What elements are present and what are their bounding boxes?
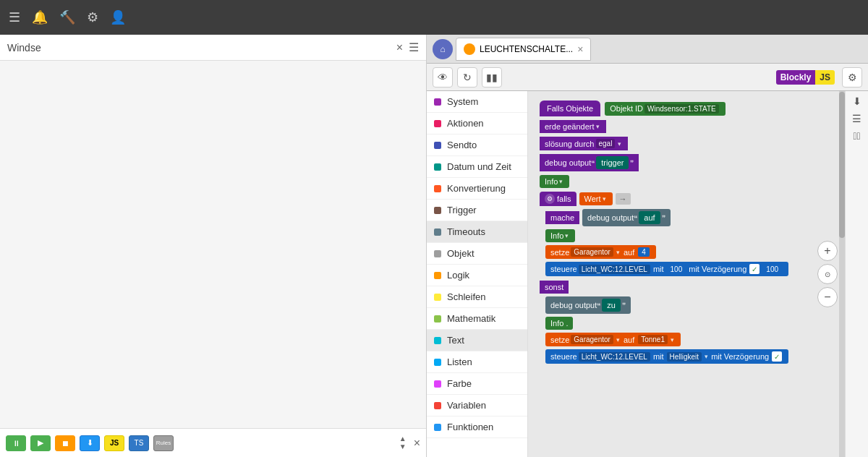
zoom-in-button[interactable]: + [817, 241, 838, 261]
steuere-block[interactable]: steuere Licht_WC:12.LEVEL mit 100 mit Ve… [545, 262, 788, 276]
debug-output-2[interactable]: debug output ❝ auf ❞ [582, 209, 671, 226]
debug-zu-block[interactable]: debug output ❝ zu ❞ [545, 296, 631, 314]
category-schleifen[interactable]: Schleifen [427, 286, 527, 308]
rules-mode-button[interactable]: Rules [153, 435, 174, 451]
blockly-label[interactable]: Blockly [776, 70, 816, 85]
falls-objekte-block[interactable]: Falls Objekte Objekt ID Windsensor:1.STA… [540, 100, 833, 117]
setze-block-2[interactable]: setze Garagentor ▾ auf Tonne1 ▾ [545, 333, 681, 346]
wurde-geandert-block[interactable]: erde geändert ▾ [540, 120, 606, 133]
mache-row: mache debug output ❝ auf ❞ [545, 208, 833, 227]
list-icon[interactable]: ☰ [852, 113, 861, 124]
category-objekt[interactable]: Objekt [427, 243, 527, 265]
gear-icon[interactable]: ⚙ [545, 194, 555, 204]
refresh-button[interactable]: ↻ [457, 67, 477, 87]
tab-leuchtenschalter[interactable]: LEUCHTENSCHALTE... × [456, 38, 591, 61]
left-panel-title: Windse [7, 42, 391, 54]
konvertierung-label: Konvertierung [447, 183, 506, 194]
pause-blockly-button[interactable]: ▮▮ [482, 67, 502, 87]
js-mode-button[interactable]: JS [104, 435, 124, 451]
timeouts-label: Timeouts [447, 226, 485, 237]
block-workspace: Falls Objekte Objekt ID Windsensor:1.STA… [528, 91, 845, 457]
play-button[interactable]: ▶ [30, 435, 51, 451]
notification-icon[interactable]: 🔔 [32, 9, 48, 25]
tab-home-button[interactable]: ⌂ [433, 39, 453, 59]
stop-button[interactable]: ⏹ [55, 435, 75, 451]
eye-hidden-icon[interactable]: 👁̸ [853, 130, 860, 142]
funktionen-label: Funktionen [447, 422, 493, 432]
windsensor-value[interactable]: Windsensor:1.STATE [644, 104, 719, 114]
text-label: Text [447, 335, 464, 346]
zoom-out-button[interactable]: − [817, 287, 838, 307]
logik-label: Logik [447, 270, 469, 281]
objekt-id-block: Objekt ID Windsensor:1.STATE [605, 102, 726, 116]
sonst-block: sonst [540, 281, 569, 294]
download-blocks-icon[interactable]: ⬇ [853, 95, 861, 107]
user-icon[interactable]: 👤 [110, 9, 126, 25]
category-sendto[interactable]: Sendto [427, 134, 527, 156]
home-icon: ⌂ [440, 44, 445, 54]
category-trigger[interactable]: Trigger [427, 200, 527, 221]
falls-if-block[interactable]: ⚙ falls Wert ▾ → [540, 191, 833, 364]
menu-icon[interactable]: ☰ [9, 9, 20, 25]
category-datum-und-zeit[interactable]: Datum und Zeit [427, 156, 527, 178]
settings-icon[interactable]: ⚙ [87, 9, 98, 25]
auf-value-block: auf [639, 211, 660, 224]
category-aktionen[interactable]: Aktionen [427, 113, 527, 134]
sendto-dot [434, 142, 441, 149]
info-dot-row: Info . [545, 316, 833, 330]
arrow-down-icon[interactable]: ▼ [399, 443, 407, 450]
debug-output-block[interactable]: debug output ❝ trigger ❞ [540, 154, 639, 171]
resize-arrows[interactable]: ▲ ▼ [399, 435, 407, 450]
checkbox-checked[interactable]: ✓ [749, 264, 760, 274]
mache-block: mache [545, 211, 579, 224]
info-block-1[interactable]: Info ▾ [540, 175, 569, 188]
objekt-label: Objekt [447, 248, 475, 259]
download-button[interactable]: ⬇ [80, 435, 100, 451]
zoom-reset-button[interactable]: ⊙ [817, 264, 838, 284]
wurde-geandert-row: erde geändert ▾ [540, 119, 833, 134]
steuere-block-2[interactable]: steuere Licht_WC:12.LEVEL mit Helligkeit… [545, 349, 788, 364]
eye-button[interactable]: 👁 [433, 67, 453, 87]
setze-block[interactable]: setze Garagentor ▾ auf 4 [545, 245, 656, 259]
left-panel-header: Windse × ☰ [0, 35, 426, 61]
checkbox-checked-2[interactable]: ✓ [772, 351, 782, 362]
wrench-icon[interactable]: 🔨 [59, 9, 75, 25]
category-sidebar: System Aktionen Sendto Datum und Zeit [427, 91, 528, 457]
category-variablen[interactable]: Variablen [427, 395, 527, 417]
left-panel-content [0, 61, 426, 428]
info-dot-block[interactable]: Info . [545, 317, 573, 330]
sendto-label: Sendto [447, 140, 477, 150]
category-mathematik[interactable]: Mathematik [427, 308, 527, 330]
blocks-container: Falls Objekte Objekt ID Windsensor:1.STA… [528, 91, 845, 373]
category-system[interactable]: System [427, 91, 527, 113]
debug-zu-row: debug output ❝ zu ❞ [545, 296, 833, 315]
zoom-controls: + ⊙ − [817, 241, 838, 307]
tab-close-button[interactable]: × [577, 43, 583, 55]
auslosung-block[interactable]: slösung durch egal ▾ [540, 137, 628, 150]
ts-mode-button[interactable]: TS [129, 435, 149, 451]
category-timeouts[interactable]: Timeouts [427, 221, 527, 243]
left-panel-close-button[interactable]: × [396, 41, 403, 54]
info-block-2[interactable]: Info ▾ [545, 229, 575, 242]
close-panel-icon[interactable]: × [414, 437, 420, 450]
steuere-row: steuere Licht_WC:12.LEVEL mit 100 mit Ve… [545, 261, 833, 277]
konvertierung-dot [434, 185, 441, 192]
category-farbe[interactable]: Farbe [427, 373, 527, 395]
listen-dot [434, 359, 441, 366]
js-label[interactable]: JS [815, 70, 835, 85]
category-listen[interactable]: Listen [427, 351, 527, 373]
timeouts-dot [434, 228, 441, 236]
tab-icon [464, 43, 475, 55]
category-konvertierung[interactable]: Konvertierung [427, 178, 527, 200]
blockly-js-toggle[interactable]: Blockly JS [776, 70, 835, 85]
category-logik[interactable]: Logik [427, 265, 527, 286]
arrow-up-icon[interactable]: ▲ [399, 435, 407, 443]
pause-button[interactable]: ⏸ [6, 435, 26, 451]
trigger-dot [434, 207, 441, 214]
vertical-scrollbar-thumb[interactable] [839, 92, 845, 238]
info-row: Info ▾ [540, 174, 833, 189]
blockly-settings-button[interactable]: ⚙ [842, 67, 862, 87]
category-funktionen[interactable]: Funktionen [427, 417, 527, 438]
category-text[interactable]: Text [427, 330, 527, 351]
filter-icon[interactable]: ☰ [409, 40, 419, 54]
